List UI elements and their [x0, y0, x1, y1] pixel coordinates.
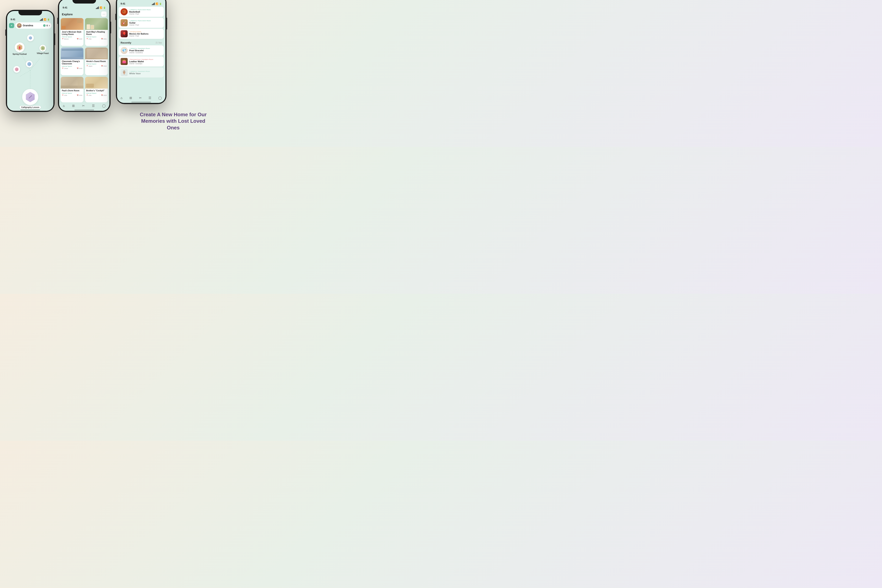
- room-year-2: 📅2021: [101, 38, 106, 40]
- signal-icon-right: [152, 3, 155, 5]
- activity-tag-6: + Added to: Grandma's Room: [129, 70, 162, 72]
- status-icons: 📶 🔋: [40, 18, 50, 21]
- node-spring-festival[interactable]: Spring Festival: [13, 42, 27, 55]
- wifi-icon-mid: 📶: [100, 6, 102, 9]
- add-button[interactable]: +: [9, 23, 14, 28]
- node-village-feast[interactable]: Village Feast: [37, 45, 49, 54]
- guitar-thumb: 🎸: [121, 19, 128, 26]
- activity-owner-1: Owner: Paul: [129, 13, 162, 15]
- recently-header: Recently 21 Sep: [118, 40, 164, 45]
- wallet-thumb: 👛: [121, 58, 128, 65]
- activity-tag-5: • Removed from: Grandpa's Room: [129, 58, 162, 60]
- phone-middle: 9:41 📶 🔋 Explore ···: [58, 0, 111, 112]
- status-time-mid: 9:41: [63, 6, 68, 9]
- phone-left-header: + 👩‍🦳 Grandma 6 ▾: [7, 22, 53, 30]
- room-year-5: 📅2020: [77, 94, 82, 96]
- ballons-thumb: 🎈: [121, 30, 128, 38]
- chevron-down-icon[interactable]: ▾: [49, 24, 50, 27]
- nav-gallery-mid[interactable]: ⊞: [72, 104, 75, 108]
- phone-right-screen: 9:41 📶 🔋 🏀 +: [117, 0, 165, 103]
- phone-middle-screen: 9:41 📶 🔋 Explore ···: [59, 0, 110, 111]
- activity-owner-4: Owner: Grandma: [129, 52, 162, 54]
- nav-tools-right[interactable]: ✂: [139, 96, 142, 100]
- brush-icon: [28, 94, 33, 99]
- room-country-2: 📍USA: [86, 38, 92, 40]
- wifi-icon: 📶: [44, 18, 46, 21]
- activity-name-3: Mexico Air Ballons: [129, 33, 162, 35]
- room-card-mexican[interactable]: Jose's Mexican Style Living Room Interna…: [61, 18, 84, 46]
- activity-basketball[interactable]: 🏀 + Added to: Paul's Dorm Room Basketbal…: [118, 7, 164, 17]
- nav-tools-mid[interactable]: ✂: [82, 104, 85, 108]
- room-year-1: 📅2020: [77, 38, 82, 40]
- status-time-right: 9:41: [121, 2, 125, 5]
- room-card-classroom[interactable]: Classmate Chang's Classroom Internal Spa…: [61, 48, 84, 75]
- node-calligraphy[interactable]: Calligraphy Lesson: [20, 89, 41, 109]
- node-small-top[interactable]: [27, 34, 34, 41]
- room-country-3: 📍China: [62, 68, 68, 69]
- room-year-4: 📅2016: [101, 65, 106, 67]
- tagline: Create A New Home for Our Memories with …: [136, 111, 210, 131]
- activity-guitar[interactable]: 🎸 + Added to: Paul's Dorm Room Guitar Ow…: [118, 18, 164, 28]
- room-type-3: Internal Space: [62, 65, 82, 67]
- tagline-line2: Memories with Lost Loved Ones: [136, 118, 210, 131]
- activity-ballons[interactable]: 🎈 • Pending Details Mexico Air Ballons O…: [118, 28, 164, 39]
- room-type-1: Internal Space: [62, 36, 82, 38]
- room-type-4: Internal Space: [86, 63, 106, 65]
- home-indicator: [20, 110, 40, 110]
- room-country-4: 📍Japan: [86, 65, 92, 67]
- nav-profile-mid[interactable]: ◯: [102, 104, 106, 108]
- activity-wallet[interactable]: 👛 • Removed from: Grandpa's Room Leather…: [118, 56, 164, 67]
- signal-icon: [40, 18, 43, 21]
- avatar: 👩‍🦳: [17, 23, 22, 28]
- room-card-dorm[interactable]: Paul's Dorm Room Internal Space 📍USA 📅20…: [61, 77, 84, 102]
- nav-home-right[interactable]: ⌂: [121, 96, 123, 100]
- user-pill[interactable]: 👩‍🦳 Grandma 6 ▾: [15, 22, 51, 28]
- room-card-cockpit[interactable]: Brother's "Cockpit" Internal Space 📍USA …: [85, 77, 108, 102]
- activity-tag-1: + Added to: Paul's Dorm Room: [129, 9, 162, 10]
- spring-festival-label: Spring Festival: [13, 53, 27, 55]
- activity-name-1: Basketball: [129, 10, 162, 13]
- explore-header: Explore ···: [59, 10, 110, 18]
- rooms-grid: Jose's Mexican Style Living Room Interna…: [59, 18, 110, 102]
- nav-home-mid[interactable]: ⌂: [63, 104, 65, 108]
- phone-right: 9:41 📶 🔋 🏀 +: [116, 0, 166, 104]
- svg-line-4: [20, 70, 30, 76]
- activity-vase[interactable]: 🏺 + Added to: Grandma's Room White Vase: [118, 68, 164, 78]
- nav-list-mid[interactable]: ☰: [92, 104, 94, 108]
- room-country-5: 📍USA: [62, 94, 67, 96]
- signal-icon-mid: [96, 6, 99, 9]
- activity-name-5: Leather Wallet: [129, 60, 162, 63]
- room-card-reading[interactable]: Aunt May's Reading Room Internal Space 📍…: [85, 18, 108, 46]
- village-feast-label: Village Feast: [37, 52, 49, 54]
- room-type-2: Internal Space: [86, 36, 106, 38]
- home-indicator-mid: [74, 110, 94, 110]
- nav-list-right[interactable]: ☰: [148, 96, 151, 100]
- more-options-button[interactable]: ···: [101, 11, 106, 17]
- phone-notch: [18, 11, 42, 15]
- room-name-5: Paul's Dorm Room: [62, 90, 82, 92]
- nav-profile-right[interactable]: ◯: [158, 96, 162, 100]
- room-type-6: Internal Space: [86, 92, 106, 94]
- status-time: 9:41: [10, 18, 15, 21]
- calligraphy-label: Calligraphy Lesson: [20, 106, 41, 109]
- nav-gallery-right[interactable]: ⊞: [129, 96, 132, 100]
- room-year-3: 📅2020: [77, 68, 82, 69]
- recently-date: 21 Sep: [156, 42, 162, 44]
- room-name-6: Brother's "Cockpit": [86, 90, 106, 92]
- room-type-5: Internal Space: [62, 92, 82, 94]
- node-cube[interactable]: [26, 61, 33, 68]
- activity-bracelet[interactable]: 💎 + Added to: Grandma's Room Pearl Brace…: [118, 45, 164, 56]
- svg-point-7: [31, 96, 32, 96]
- activity-owner-2: Owner: Paul: [129, 24, 162, 26]
- activity-name-2: Guitar: [129, 22, 162, 24]
- status-bar-right: 9:41 📶 🔋: [117, 0, 165, 6]
- activity-tag-4: + Added to: Grandma's Room: [129, 48, 162, 49]
- activity-owner-5: Owner: Grandpa: [129, 63, 162, 64]
- room-country-1: 📍Mexico: [62, 38, 69, 40]
- room-card-hiroto[interactable]: Hiroto's Guest Room Internal Space 📍Japa…: [85, 48, 108, 75]
- vase-thumb: 🏺: [121, 69, 128, 76]
- battery-icon-mid: 🔋: [103, 6, 106, 9]
- activity-name-6: White Vase: [129, 72, 162, 75]
- node-pink-small[interactable]: [14, 66, 20, 73]
- activity-name-4: Pearl Bracelet: [129, 49, 162, 52]
